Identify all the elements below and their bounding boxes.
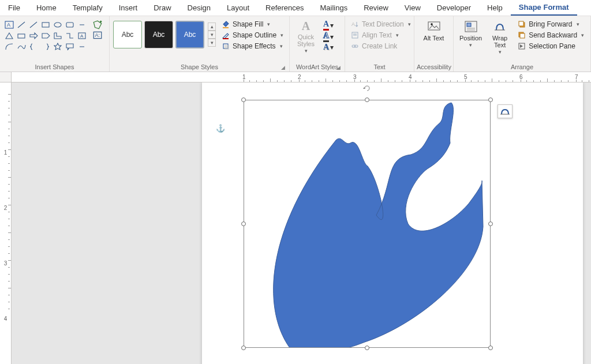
shape-styles-launcher-icon[interactable]: ◢ — [280, 65, 286, 70]
gallery-more-icon[interactable]: ▾ — [208, 39, 216, 47]
gallery-down-icon[interactable]: ▾ — [208, 31, 216, 39]
tab-draw[interactable]: Draw — [145, 0, 179, 16]
shape-textbox-icon[interactable]: A — [3, 20, 15, 30]
handle-s[interactable] — [365, 346, 369, 350]
tab-help[interactable]: Help — [479, 0, 511, 16]
text-outline-button[interactable]: A▾ — [323, 31, 334, 42]
shape-diamond-icon[interactable] — [16, 31, 27, 41]
shape-line-icon[interactable] — [16, 20, 27, 30]
handle-e[interactable] — [488, 222, 493, 226]
shape-arc-icon[interactable] — [3, 42, 15, 52]
shape-brace2-icon[interactable] — [40, 42, 51, 52]
shape-lshape-icon[interactable] — [52, 31, 63, 41]
shape-curve-icon[interactable] — [16, 42, 27, 52]
svg-rect-6 — [66, 22, 73, 27]
alt-text-button[interactable]: Alt Text — [420, 17, 448, 44]
shape-rect-icon[interactable] — [40, 20, 51, 30]
shape-fill-button[interactable]: Shape Fill▾ — [220, 20, 285, 29]
anchor-icon: ⚓ — [216, 124, 225, 133]
shape-more2-icon[interactable] — [76, 42, 88, 52]
shape-pentagon-icon[interactable] — [40, 31, 51, 41]
shape-star-icon[interactable] — [52, 42, 63, 52]
layout-options-button[interactable] — [498, 104, 513, 118]
group-wordart-styles: A Quick Styles▾ A▾ A▾ A▾ WordArt Styles◢ — [290, 16, 345, 72]
style-swatch-2[interactable]: Abc — [144, 21, 173, 48]
svg-point-29 — [354, 45, 358, 47]
shape-outline-label: Shape Outline — [233, 31, 276, 39]
ruler-v-tick: 1 — [0, 149, 11, 156]
svg-rect-23 — [225, 45, 229, 50]
handle-n[interactable] — [365, 97, 369, 102]
create-link-button[interactable]: Create Link — [350, 42, 412, 51]
bring-forward-button[interactable]: Bring Forward▾ — [517, 20, 585, 29]
shape-arrow-icon[interactable] — [28, 31, 39, 41]
shape-text-icon[interactable]: A — [76, 31, 88, 41]
text-effects-button[interactable]: A▾ — [323, 43, 334, 52]
shape-effects-button[interactable]: Shape Effects▾ — [220, 42, 285, 51]
tab-developer[interactable]: Developer — [429, 0, 479, 16]
shape-callout-icon[interactable] — [64, 42, 76, 52]
shape-line2-icon[interactable] — [28, 20, 39, 30]
shape-roundrect-icon[interactable] — [64, 20, 76, 30]
create-link-label: Create Link — [362, 42, 397, 50]
tab-file[interactable]: File — [0, 0, 28, 16]
shape-connector-icon[interactable] — [64, 31, 76, 41]
gallery-up-icon[interactable]: ▴ — [208, 22, 216, 31]
handle-ne[interactable] — [488, 97, 493, 102]
ruler-horizontal[interactable]: 1234567 — [12, 72, 591, 82]
group-label-arrange: Arrange — [456, 63, 588, 72]
group-label-text: Text — [347, 63, 412, 72]
shape-gallery[interactable]: A A — [2, 17, 89, 54]
text-direction-button[interactable]: A Text Direction▾ — [350, 20, 412, 29]
shape-style-gallery[interactable]: Abc Abc Abc ▴ ▾ ▾ — [112, 17, 217, 52]
style-swatch-3[interactable]: Abc — [175, 21, 204, 48]
textbox-icon[interactable]: A: — [92, 30, 103, 40]
wordart-launcher-icon[interactable]: ◢ — [335, 65, 341, 70]
svg-rect-33 — [467, 23, 471, 27]
group-label-wordart: WordArt Styles◢ — [292, 63, 342, 72]
ruler-h-tick: 3 — [353, 72, 357, 82]
handle-w[interactable] — [241, 222, 246, 226]
tab-design[interactable]: Design — [179, 0, 219, 16]
ruler-vertical[interactable]: 1234 — [0, 82, 12, 364]
tab-insert[interactable]: Insert — [111, 0, 146, 16]
wrap-text-button[interactable]: Wrap Text▾ — [487, 17, 513, 58]
shape-ellipse-icon[interactable] — [52, 20, 63, 30]
style-swatch-1[interactable]: Abc — [113, 21, 142, 48]
position-button[interactable]: Position▾ — [456, 17, 485, 51]
shape-triangle-icon[interactable] — [3, 31, 15, 41]
ruler-h-tick: 2 — [298, 72, 301, 82]
alt-text-label: Alt Text — [424, 35, 444, 42]
tab-shape-format[interactable]: Shape Format — [511, 0, 577, 16]
rotate-handle-icon[interactable] — [362, 84, 372, 93]
shape-outline-button[interactable]: Shape Outline▾ — [220, 31, 285, 40]
quick-styles-button[interactable]: A Quick Styles▾ — [292, 17, 320, 57]
svg-rect-40 — [520, 33, 525, 38]
shape-brace-icon[interactable] — [28, 42, 39, 52]
group-label-shape-styles: Shape Styles◢ — [112, 63, 287, 72]
text-fill-button[interactable]: A▾ — [323, 20, 334, 31]
tab-view[interactable]: View — [397, 0, 429, 16]
tab-references[interactable]: References — [257, 0, 312, 16]
send-backward-button[interactable]: Send Backward▾ — [517, 31, 585, 40]
handle-nw[interactable] — [241, 97, 246, 102]
tab-templafy[interactable]: Templafy — [65, 0, 111, 16]
handle-sw[interactable] — [241, 346, 246, 350]
tab-mailings[interactable]: Mailings — [312, 0, 356, 16]
shape-more-icon[interactable] — [76, 20, 88, 30]
selection-pane-button[interactable]: Selection Pane — [517, 42, 585, 51]
group-arrange: Position▾ Wrap Text▾ Bring Forward▾ Send… — [454, 16, 591, 72]
style-gallery-scroll[interactable]: ▴ ▾ ▾ — [208, 22, 216, 47]
group-insert-shapes: A A — [0, 16, 110, 72]
document-workspace[interactable]: ⚓ — [12, 82, 591, 364]
tab-review[interactable]: Review — [356, 0, 397, 16]
handle-se[interactable] — [488, 346, 493, 350]
selection-box[interactable] — [244, 100, 491, 348]
tab-home[interactable]: Home — [28, 0, 65, 16]
document-page[interactable]: ⚓ — [202, 82, 583, 364]
ruler-v-tick: 4 — [0, 316, 11, 322]
svg-marker-42 — [520, 44, 523, 48]
tab-layout[interactable]: Layout — [219, 0, 257, 16]
edit-shape-icon[interactable] — [92, 20, 103, 30]
align-text-button[interactable]: Align Text▾ — [350, 31, 412, 40]
